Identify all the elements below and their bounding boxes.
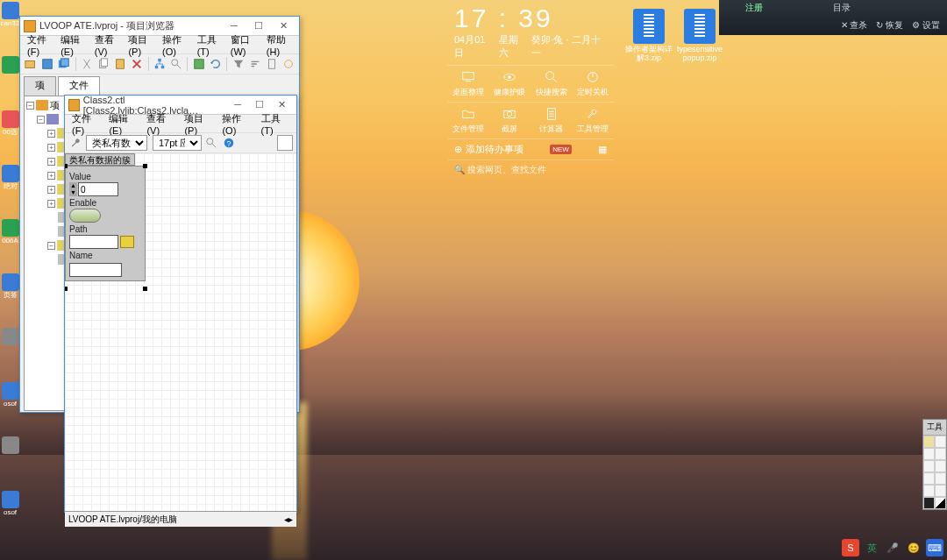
wrench-icon[interactable]	[68, 135, 84, 151]
search-icon[interactable]	[203, 135, 219, 151]
expander-icon[interactable]: −	[47, 242, 55, 250]
class-icon-thumb[interactable]	[277, 135, 293, 151]
widget-tool-monitor[interactable]: 桌面整理	[449, 69, 488, 98]
desktop-icon[interactable]	[0, 436, 20, 471]
tray-item[interactable]: 😊	[905, 539, 922, 556]
expander-icon[interactable]: −	[26, 102, 34, 110]
menu-item[interactable]: 操作(O)	[159, 32, 192, 59]
name-input[interactable]	[69, 263, 122, 277]
path-input[interactable]	[69, 235, 118, 249]
desktop-icon[interactable]: osof	[0, 382, 20, 417]
desktop-icon[interactable]: 页签	[0, 273, 20, 308]
value-input[interactable]	[78, 182, 118, 196]
menu-item[interactable]: 项目(P)	[181, 110, 217, 138]
menu-item[interactable]: 文件(F)	[68, 110, 103, 138]
tool-probe-icon[interactable]	[923, 485, 935, 497]
menu-item[interactable]: 编辑(E)	[57, 32, 89, 59]
menu-item[interactable]: 操作(O)	[218, 110, 255, 138]
hierarchy-icon[interactable]	[153, 56, 167, 72]
copy-icon[interactable]	[96, 56, 111, 72]
tool-color-copy-icon[interactable]	[935, 485, 946, 497]
widget-tool-eye[interactable]: 健康护眼	[490, 69, 529, 98]
tool-break-icon[interactable]	[935, 472, 946, 485]
desktop-icon[interactable]	[0, 328, 20, 363]
selection-handle[interactable]	[65, 287, 68, 291]
menu-item[interactable]: 项目(P)	[125, 32, 157, 59]
tool-color-icon[interactable]	[923, 497, 935, 509]
menu-item[interactable]: 编辑(E)	[105, 110, 141, 138]
open-icon[interactable]	[24, 56, 39, 72]
desktop-icon[interactable]: can32	[0, 2, 20, 37]
expander-icon[interactable]: +	[47, 186, 55, 194]
zip-file[interactable]: typesensitive popup.zip	[675, 9, 724, 63]
widget-tool-camera[interactable]: 截屏	[490, 106, 529, 135]
grid-icon[interactable]: ▦	[598, 144, 607, 155]
tray-item[interactable]: S	[842, 539, 859, 556]
selection-handle[interactable]	[143, 287, 147, 291]
desktop-icon[interactable]	[0, 56, 20, 91]
expander-icon[interactable]: +	[47, 200, 55, 208]
clean-icon[interactable]	[264, 56, 279, 72]
synth-icon[interactable]	[281, 56, 295, 72]
expander-icon[interactable]: −	[37, 116, 45, 124]
tool-text-icon[interactable]	[935, 448, 946, 460]
help-icon[interactable]: ?	[221, 135, 237, 151]
expander-icon[interactable]: +	[47, 144, 55, 152]
front-panel-grid[interactable]: 类私有数据的簇 Value ▲ ▼ Enable Path Name	[65, 153, 296, 511]
tool-popup-icon[interactable]	[935, 460, 946, 472]
menu-item[interactable]: 文件(F)	[24, 32, 55, 59]
tool-fg-bg-icon[interactable]	[935, 497, 946, 509]
sort-icon[interactable]	[247, 56, 262, 72]
font-dropdown[interactable]: 17pt 应用	[153, 135, 202, 151]
find-icon[interactable]	[169, 56, 184, 72]
expander-icon[interactable]: +	[47, 158, 55, 166]
tool-position-icon[interactable]	[923, 448, 935, 460]
appbar-tab-catalog[interactable]: 目录	[833, 2, 851, 14]
refresh-icon[interactable]	[208, 56, 223, 72]
desktop-icon[interactable]: 00选	[0, 110, 20, 145]
tool-wire-icon[interactable]	[923, 460, 935, 472]
tools-palette[interactable]: 工具	[922, 419, 947, 510]
appbar-button[interactable]: ↻ 恢复	[876, 19, 903, 32]
menu-item[interactable]: 工具(T)	[258, 110, 293, 138]
paste-icon[interactable]	[113, 56, 128, 72]
browse-button[interactable]	[120, 236, 134, 248]
widget-tool-calc[interactable]: 计算器	[532, 106, 571, 135]
expander-icon[interactable]: +	[47, 130, 55, 138]
appbar-button[interactable]: ✕ 查杀	[841, 19, 868, 32]
enable-switch[interactable]	[69, 209, 101, 223]
menu-item[interactable]: 查看(V)	[91, 32, 124, 59]
tray-item[interactable]: 英	[863, 539, 880, 556]
desktop-icon[interactable]: 006A	[0, 219, 20, 254]
build-icon[interactable]	[191, 56, 206, 72]
menu-item[interactable]: 查看(V)	[143, 110, 179, 138]
desktop-icon[interactable]: 绝对	[0, 165, 20, 200]
delete-icon[interactable]	[130, 56, 145, 72]
widget-tool-wrench[interactable]: 工具管理	[573, 106, 612, 135]
appbar-button[interactable]: ⚙ 设置	[912, 19, 940, 32]
zip-file[interactable]: 操作者架构详解3.zip	[624, 9, 673, 63]
appbar-tab-register[interactable]: 注册	[745, 2, 763, 14]
private-data-cluster[interactable]: Value ▲ ▼ Enable Path Name	[65, 166, 146, 281]
tray-item[interactable]: 🎤	[884, 539, 901, 556]
increment-button[interactable]: ▲	[69, 182, 77, 189]
tray-item[interactable]: ⌨	[926, 539, 943, 556]
expander-icon[interactable]: +	[47, 172, 55, 180]
tool-auto-icon[interactable]	[923, 436, 935, 448]
class-data-dropdown[interactable]: 类私有数据	[86, 135, 147, 151]
tab-files[interactable]: 文件	[58, 76, 100, 96]
widget-tool-power[interactable]: 定时关机	[573, 69, 612, 98]
decrement-button[interactable]: ▼	[69, 189, 77, 196]
save-all-icon[interactable]	[57, 56, 72, 72]
filter-icon[interactable]	[231, 56, 246, 72]
selection-handle[interactable]	[143, 164, 147, 168]
scroll-right-icon[interactable]: ▸	[288, 514, 293, 524]
tool-scroll-icon[interactable]	[923, 472, 935, 485]
cut-icon[interactable]	[80, 56, 95, 72]
widget-tool-folder[interactable]: 文件管理	[449, 106, 488, 135]
desktop-icon[interactable]: osof	[0, 491, 20, 526]
widget-search[interactable]: 🔍 搜索网页、查找文件	[447, 159, 614, 180]
selection-handle[interactable]	[65, 164, 68, 168]
menu-item[interactable]: 帮助(H)	[263, 32, 295, 59]
tool-operate-icon[interactable]	[935, 436, 946, 448]
